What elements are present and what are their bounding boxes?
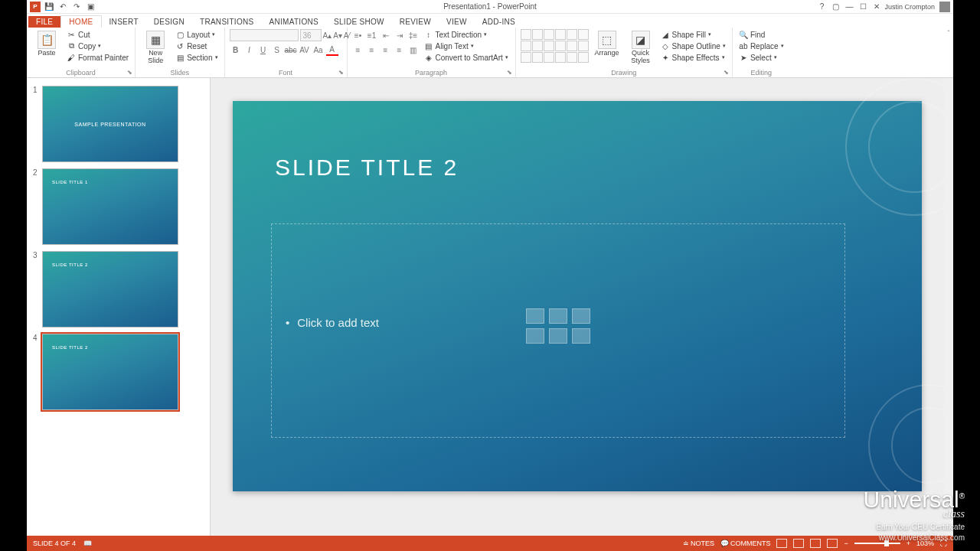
align-text-button[interactable]: ▤Align Text▾ [423, 41, 510, 51]
increase-font-icon[interactable]: A▴ [323, 29, 332, 41]
tab-home[interactable]: HOME [60, 15, 101, 28]
slideshow-view-icon[interactable] [827, 539, 838, 548]
select-button[interactable]: ➤Select▾ [737, 52, 786, 63]
slide-title-text[interactable]: SLIDE TITLE 2 [275, 155, 459, 181]
shape-effects-button[interactable]: ✦Shape Effects▾ [659, 52, 727, 63]
comments-button[interactable]: 💬 COMMENTS [720, 540, 771, 547]
notes-button[interactable]: ≐ NOTES [683, 540, 714, 547]
thumb-preview[interactable]: SLIDE TITLE 2 [42, 251, 178, 328]
dialog-launcher-icon[interactable]: ⬊ [506, 69, 514, 77]
thumb-number: 3 [33, 251, 39, 259]
thumbnail-item[interactable]: 4 SLIDE TITLE 2 [27, 331, 210, 413]
new-slide-button[interactable]: ▦ New Slide [140, 29, 171, 65]
collapse-ribbon-icon[interactable]: ˆ [944, 28, 953, 77]
insert-smartart-icon[interactable] [572, 308, 590, 324]
slide-editor[interactable]: SLIDE TITLE 2 Click to add text [211, 78, 944, 536]
align-right-button[interactable]: ≡ [380, 44, 392, 56]
dialog-launcher-icon[interactable]: ⬊ [723, 69, 730, 77]
italic-button[interactable]: I [243, 44, 256, 56]
insert-video-icon[interactable] [572, 328, 590, 344]
help-icon[interactable]: ? [815, 2, 828, 12]
arrange-button[interactable]: ⬚ Arrange [592, 29, 622, 57]
text-direction-button[interactable]: ↕Text Direction▾ [423, 29, 510, 40]
tab-design[interactable]: DESIGN [146, 16, 192, 28]
char-spacing-button[interactable]: AV [299, 44, 311, 56]
underline-button[interactable]: U [257, 44, 270, 56]
format-painter-button[interactable]: 🖌Format Painter [65, 52, 130, 63]
insert-chart-icon[interactable] [549, 308, 567, 324]
thumbnail-item[interactable]: 2 SLIDE TITLE 1 [27, 165, 210, 248]
tab-animations[interactable]: ANIMATIONS [262, 16, 326, 28]
thumb-preview[interactable]: SLIDE TITLE 2 [42, 334, 178, 410]
dialog-launcher-icon[interactable]: ⬊ [126, 69, 133, 77]
cut-button[interactable]: ✂Cut [65, 29, 130, 40]
thumb-preview[interactable]: SAMPLE PRESENTATION [42, 86, 178, 162]
sorter-view-icon[interactable] [793, 539, 804, 548]
reset-button[interactable]: ↺Reset [174, 41, 219, 51]
shadow-button[interactable]: S [271, 44, 283, 56]
shape-fill-button[interactable]: ◢Shape Fill▾ [659, 29, 727, 40]
zoom-out-icon[interactable]: − [844, 540, 848, 547]
insert-online-picture-icon[interactable] [549, 328, 567, 344]
shape-outline-button[interactable]: ◇Shape Outline▾ [659, 41, 727, 51]
tab-addins[interactable]: ADD-INS [475, 16, 523, 28]
normal-view-icon[interactable] [776, 539, 787, 548]
tab-review[interactable]: REVIEW [392, 16, 439, 28]
vertical-scrollbar[interactable] [944, 78, 953, 536]
strike-button[interactable]: abc [285, 44, 297, 56]
close-icon[interactable]: ✕ [871, 2, 883, 12]
insert-picture-icon[interactable] [526, 328, 544, 344]
reading-view-icon[interactable] [810, 539, 821, 548]
decrease-font-icon[interactable]: A▾ [333, 29, 342, 41]
align-left-button[interactable]: ≡ [352, 44, 364, 56]
convert-smartart-button[interactable]: ◈Convert to SmartArt▾ [423, 52, 510, 63]
increase-indent-button[interactable]: ⇥ [394, 29, 406, 41]
spell-check-icon[interactable]: 📖 [83, 540, 92, 547]
justify-button[interactable]: ≡ [394, 44, 406, 56]
thumb-preview[interactable]: SLIDE TITLE 1 [42, 168, 178, 245]
font-color-button[interactable]: A [326, 44, 338, 56]
ribbon-options-icon[interactable]: ▢ [829, 2, 841, 12]
font-size-input[interactable] [300, 29, 322, 41]
tab-file[interactable]: FILE [28, 16, 60, 28]
start-from-beginning-icon[interactable]: ▣ [85, 2, 96, 12]
maximize-icon[interactable]: ☐ [857, 2, 869, 12]
tab-slideshow[interactable]: SLIDE SHOW [326, 16, 392, 28]
slide-counter[interactable]: SLIDE 4 OF 4 [33, 540, 76, 547]
section-button[interactable]: ▤Section▾ [174, 52, 219, 63]
shapes-gallery[interactable] [521, 29, 589, 63]
zoom-slider[interactable] [854, 543, 900, 544]
change-case-button[interactable]: Aa [312, 44, 325, 56]
copy-button[interactable]: ⧉Copy▾ [65, 41, 130, 51]
thumbnail-item[interactable]: 3 SLIDE TITLE 2 [27, 248, 210, 331]
group-editing: 🔍Find abReplace▾ ➤Select▾ Editing [733, 28, 790, 77]
align-center-button[interactable]: ≡ [366, 44, 378, 56]
redo-icon[interactable]: ↷ [71, 2, 82, 12]
find-button[interactable]: 🔍Find [737, 29, 786, 40]
slide-canvas[interactable]: SLIDE TITLE 2 Click to add text [233, 101, 922, 491]
tab-view[interactable]: VIEW [439, 16, 475, 28]
save-icon[interactable]: 💾 [44, 2, 54, 12]
quick-styles-button[interactable]: ◪ Quick Styles [626, 29, 656, 65]
content-placeholder[interactable]: Click to add text [271, 223, 845, 438]
slide-thumbnails-panel[interactable]: 1 SAMPLE PRESENTATION 2 SLIDE TITLE 1 3 … [27, 78, 211, 536]
paste-button[interactable]: 📋 Paste [31, 29, 62, 57]
font-name-input[interactable] [230, 29, 299, 41]
user-name[interactable]: Justin Crompton [884, 3, 935, 11]
minimize-icon[interactable]: — [843, 2, 855, 12]
layout-button[interactable]: ▢Layout▾ [174, 29, 219, 40]
bold-button[interactable]: B [230, 44, 242, 56]
dialog-launcher-icon[interactable]: ⬊ [338, 69, 345, 77]
replace-button[interactable]: abReplace▾ [737, 41, 786, 51]
tab-transitions[interactable]: TRANSITIONS [192, 16, 262, 28]
decrease-indent-button[interactable]: ⇤ [380, 29, 392, 41]
tab-insert[interactable]: INSERT [102, 16, 146, 28]
undo-icon[interactable]: ↶ [57, 2, 68, 12]
insert-table-icon[interactable] [526, 308, 544, 324]
avatar[interactable] [939, 2, 950, 12]
bullets-button[interactable]: ≡• [352, 29, 364, 41]
line-spacing-button[interactable]: ‡≡ [407, 29, 420, 41]
thumbnail-item[interactable]: 1 SAMPLE PRESENTATION [27, 83, 210, 165]
columns-button[interactable]: ▥ [407, 44, 420, 56]
numbering-button[interactable]: ≡1 [366, 29, 378, 41]
